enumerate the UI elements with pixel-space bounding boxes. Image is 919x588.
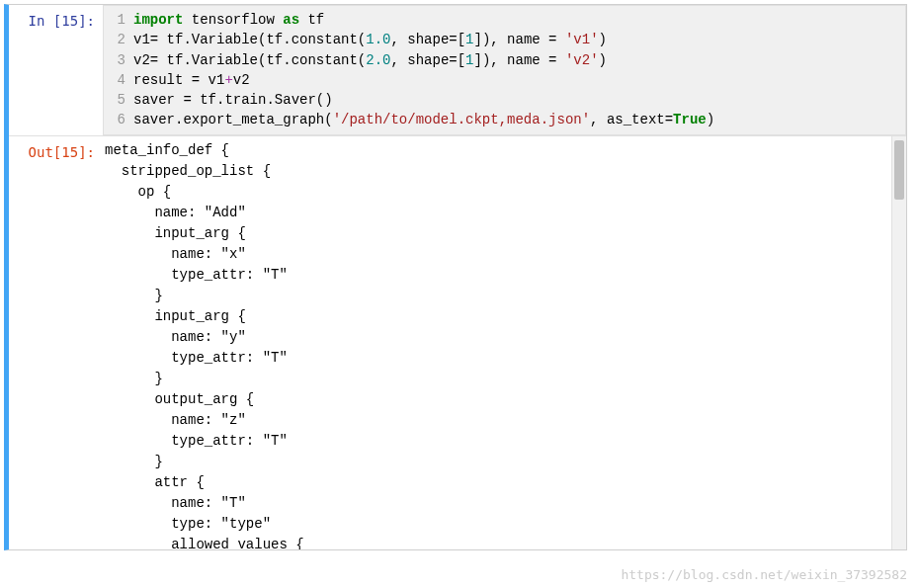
code-line[interactable]: 1import tensorflow as tf (104, 10, 905, 30)
code-input-area[interactable]: 1import tensorflow as tf2v1= tf.Variable… (103, 5, 906, 135)
output-row: Out[15]: meta_info_def { stripped_op_lis… (9, 135, 906, 549)
line-number: 5 (104, 90, 133, 110)
line-number: 2 (104, 30, 133, 49)
input-prompt: In [15]: (9, 5, 103, 29)
notebook-cell: In [15]: 1import tensorflow as tf2v1= tf… (4, 4, 907, 550)
line-number: 4 (104, 70, 133, 90)
output-area[interactable]: meta_info_def { stripped_op_list { op { … (103, 136, 906, 549)
input-row: In [15]: 1import tensorflow as tf2v1= tf… (9, 5, 906, 135)
code-text[interactable]: import tensorflow as tf (133, 10, 905, 30)
code-line[interactable]: 3v2= tf.Variable(tf.constant(2.0, shape=… (104, 50, 905, 70)
code-line[interactable]: 5saver = tf.train.Saver() (104, 90, 905, 110)
scrollbar-thumb[interactable] (894, 140, 904, 200)
code-text[interactable]: saver.export_meta_graph('/path/to/model.… (133, 110, 905, 129)
code-line[interactable]: 4result = v1+v2 (104, 70, 905, 90)
output-prompt: Out[15]: (9, 136, 103, 160)
code-line[interactable]: 2v1= tf.Variable(tf.constant(1.0, shape=… (104, 30, 905, 49)
code-text[interactable]: v2= tf.Variable(tf.constant(2.0, shape=[… (133, 50, 905, 70)
line-number: 6 (104, 110, 133, 129)
line-number: 3 (104, 50, 133, 70)
code-text[interactable]: saver = tf.train.Saver() (133, 90, 905, 110)
output-scrollbar[interactable] (891, 136, 906, 549)
code-line[interactable]: 6saver.export_meta_graph('/path/to/model… (104, 110, 905, 129)
watermark: https://blog.csdn.net/weixin_37392582 (621, 567, 907, 582)
line-number: 1 (104, 10, 133, 30)
code-text[interactable]: v1= tf.Variable(tf.constant(1.0, shape=[… (133, 30, 905, 49)
code-text[interactable]: result = v1+v2 (133, 70, 905, 90)
